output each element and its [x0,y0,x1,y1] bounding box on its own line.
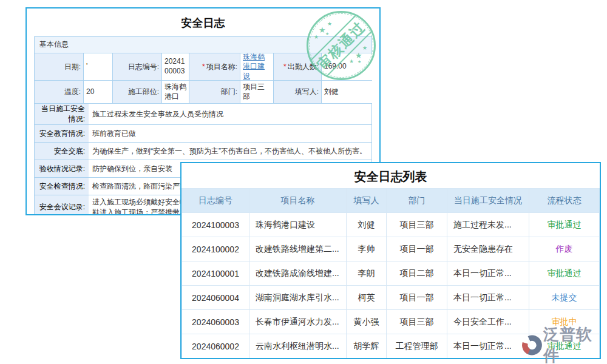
daily-safety-cell: 本日一切正常... [447,334,529,359]
row-safety-briefing: 安全交底: 为确保生产，做到“安全第一、预防为主”不伤害自己，不伤害他人、不被他… [35,142,371,160]
col-header-writer[interactable]: 填写人 [347,189,387,213]
status-badge: 审批中 [529,310,600,334]
attendance-value: 169.00 [322,53,372,80]
department-value: 项目三部 [240,80,274,103]
log-number-label: 日志编号: [113,53,162,80]
writer-link[interactable]: 李朗 [347,261,387,286]
status-badge: 审批通过 [529,334,600,359]
log-number-link[interactable]: 2024100003 [182,213,249,237]
project-link[interactable]: 改建铁路线增建第二... [249,237,347,261]
project-link[interactable]: 云南水利枢纽潜明水... [249,334,347,359]
required-asterisk: * [202,62,205,71]
writer-link[interactable]: 李帅 [347,237,387,261]
table-row[interactable]: 2024100003 珠海鹤港口建设 刘健 项目三部 施工过程未发... 审批通… [182,213,600,237]
department-cell: 项目二部 [387,261,447,286]
project-link[interactable]: 珠海鹤港口建设 [243,53,271,80]
safety-briefing-label: 安全交底: [35,143,89,160]
row-safety-education: 安全教育情况: 班前教育已做 [35,124,371,142]
project-name-label: *项目名称: [189,53,240,80]
construction-part-label: 施工部位: [113,80,162,103]
form-title: 安全日志 [27,8,379,36]
safety-education-label: 安全教育情况: [35,125,89,142]
table-row[interactable]: 2024100002 改建铁路线增建第二... 李帅 项目一部 无安全隐患存在 … [182,237,600,261]
safety-briefing-value: 为确保生产，做到“安全第一、预防为主”不伤害自己，不伤害他人、不被他人所伤害。 [89,143,371,160]
department-cell: 项目一部 [387,286,447,310]
table-row[interactable]: 2024060003 长春市伊通河水力发... 黄小强 项目三部 今日安全工作.… [182,310,600,334]
project-link[interactable]: 改建铁路成渝线增建... [249,261,347,286]
writer-link[interactable]: 胡学辉 [347,334,387,359]
daily-safety-cell: 无安全隐患存在 [447,237,529,261]
daily-safety-cell: 施工过程未发... [447,213,529,237]
safety-log-list-panel: 安全日志列表 日志编号 项目名称 填写人 部门 当日施工安全情况 流程状态 20… [180,162,601,359]
project-name-value[interactable]: 珠海鹤港口建设 [240,53,274,80]
temperature-value: 20 [84,80,113,103]
required-asterisk: * [283,62,287,71]
department-cell: 项目三部 [387,310,447,334]
status-badge: 审批通过 [529,213,600,237]
writer-value: 刘健 [322,80,372,103]
row-daily-safety: 当日施工安全情况: 施工过程未发生安全事故及人员受伤情况 [35,103,371,124]
log-number-value: 2024100003 [162,53,189,80]
project-link[interactable]: 长春市伊通河水力发... [249,310,347,334]
project-link[interactable]: 珠海鹤港口建设 [249,213,347,237]
table-row[interactable]: 2024060004 湖南洞庭湖水库引水... 柯英 项目一部 本日一切正常..… [182,286,600,310]
table-row[interactable]: 2024060002 云南水利枢纽潜明水... 胡学辉 工程管理部 本日一切正常… [182,334,600,359]
attendance-label: *出勤人数: [274,53,322,80]
col-header-log-number[interactable]: 日志编号 [182,189,249,213]
log-number-link[interactable]: 2024100002 [182,237,249,261]
construction-part-value: 珠海鹤港口 [162,80,189,103]
log-number-link[interactable]: 2024100001 [182,261,249,286]
status-badge: 审批通过 [529,261,600,286]
col-header-daily-safety[interactable]: 当日施工安全情况 [447,189,529,213]
safety-education-value: 班前教育已做 [89,125,371,142]
status-badge: 未提交 [529,286,600,310]
safety-meeting-label: 安全会议记录: [35,195,89,215]
basic-info-grid: 日期: ' 日志编号: 2024100003 *项目名称: 珠海鹤港口建设 *出… [35,53,371,103]
date-field[interactable]: ' [84,53,113,80]
daily-safety-value: 施工过程未发生安全事故及人员受伤情况 [89,104,371,124]
section-header-basic-info: 基本信息 [35,37,371,53]
daily-safety-cell: 本日一切正常... [447,286,529,310]
log-number-link[interactable]: 2024060004 [182,286,249,310]
department-cell: 项目一部 [387,237,447,261]
table-header-row: 日志编号 项目名称 填写人 部门 当日施工安全情况 流程状态 [182,189,600,213]
daily-safety-cell: 今日安全工作... [447,310,529,334]
safety-log-table: 日志编号 项目名称 填写人 部门 当日施工安全情况 流程状态 202410000… [181,188,600,359]
table-row[interactable]: 2024100001 改建铁路成渝线增建... 李朗 项目二部 本日一切正常..… [182,261,600,286]
writer-link[interactable]: 柯英 [347,286,387,310]
acceptance-record-label: 验收情况记录: [35,160,89,177]
status-badge: 作废 [529,237,600,261]
department-cell: 项目三部 [387,213,447,237]
department-cell: 工程管理部 [387,334,447,359]
col-header-status[interactable]: 流程状态 [529,189,600,213]
daily-safety-cell: 本日一切正常... [447,261,529,286]
log-number-link[interactable]: 2024060002 [182,334,249,359]
log-number-link[interactable]: 2024060003 [182,310,249,334]
department-label: 部门: [189,80,240,103]
writer-link[interactable]: 黄小强 [347,310,387,334]
list-title: 安全日志列表 [181,163,600,188]
safety-inspection-label: 安全检查情况: [35,178,89,195]
daily-safety-label: 当日施工安全情况: [35,104,89,124]
writer-link[interactable]: 刘健 [347,213,387,237]
temperature-label: 温度: [35,80,84,103]
col-header-project[interactable]: 项目名称 [249,189,347,213]
project-link[interactable]: 湖南洞庭湖水库引水... [249,286,347,310]
col-header-department[interactable]: 部门 [387,189,447,213]
date-label: 日期: [35,53,84,80]
writer-label: 填写人: [274,80,322,103]
